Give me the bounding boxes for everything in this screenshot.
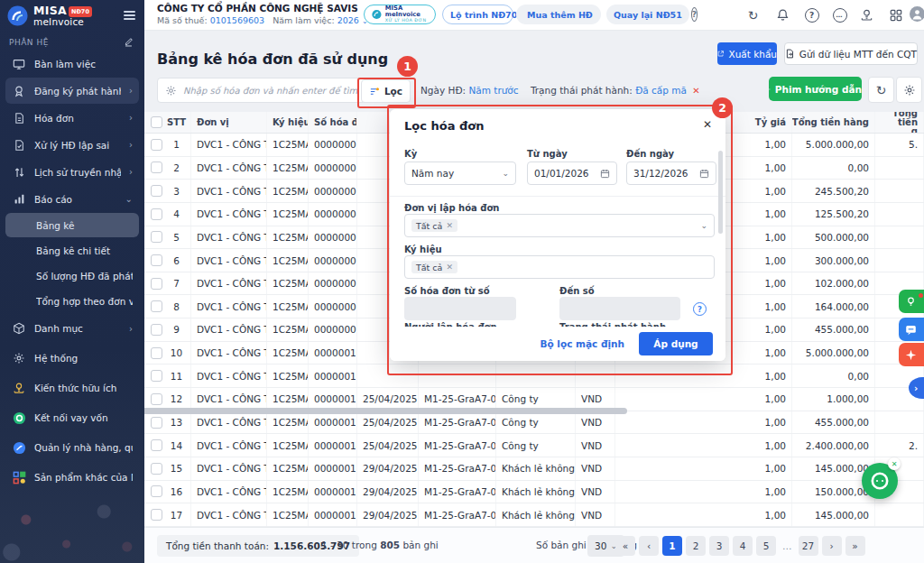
back-nd51-pill[interactable]: Quay lại NĐ51 ? — [606, 5, 689, 24]
sidebar-item-so-luong-hd-da-phat-hanh[interactable]: Số lượng HĐ đã phát hành — [5, 263, 139, 288]
row-checkbox[interactable] — [151, 278, 162, 290]
row-checkbox[interactable] — [151, 300, 162, 312]
remove-tag-icon[interactable]: ✕ — [446, 263, 453, 272]
sidebar-item-hoa-don[interactable]: Hóa đơn› — [5, 105, 139, 131]
help-circle-icon[interactable]: ? — [691, 7, 698, 22]
column-header[interactable]: Tổng tiền hàng — [792, 112, 875, 133]
row-checkbox[interactable] — [151, 116, 162, 128]
filter-button[interactable]: Lọc — [361, 79, 411, 103]
remove-status-filter-icon[interactable]: ✕ — [692, 86, 699, 96]
export-button[interactable]: Xuất khẩu — [717, 42, 777, 65]
row-checkbox[interactable] — [151, 393, 162, 405]
refresh-table-button[interactable]: ↻ — [868, 77, 894, 103]
pagination-button[interactable]: 27 — [799, 536, 818, 556]
apply-button[interactable]: Áp dụng — [639, 332, 713, 355]
sidebar-item-dang-ky-phat-hanh[interactable]: Đăng ký phát hành› — [5, 78, 139, 104]
pagination-button[interactable]: 4 — [733, 536, 753, 556]
invoice-search-input[interactable]: Nhập số hóa đơn và nhấn enter để tìm — [157, 78, 379, 103]
symbol-tag[interactable]: Tất cả✕ — [411, 261, 457, 273]
pagination-button[interactable]: ‹ — [639, 536, 659, 556]
from-date-input[interactable]: 01/01/2026 — [527, 162, 617, 185]
sidebar-item-ban-lam-viec[interactable]: Bàn làm việc — [5, 51, 139, 77]
pagination-button[interactable]: « — [615, 536, 635, 556]
sidebar-item-bang-ke-chi-tiet[interactable]: Bảng kê chi tiết — [5, 238, 139, 263]
search-settings-gear-icon[interactable] — [165, 85, 177, 97]
sync-icon[interactable]: ↻ — [745, 7, 761, 23]
row-checkbox[interactable] — [151, 347, 162, 359]
invoice-to-input[interactable] — [559, 297, 680, 320]
table-settings-button[interactable] — [896, 77, 922, 103]
column-header[interactable]: Số hóa đơn — [309, 112, 357, 133]
table-row[interactable]: 13DVC1 - CÔNG TY CỔ ...1C25MAA0000001325… — [144, 411, 924, 435]
table-row[interactable]: 11DVC1 - CÔNG TY CỔ ...1C25MAA000000111,… — [144, 365, 924, 388]
roadmap-pill[interactable]: Lộ trình NĐ70 — [442, 5, 513, 24]
unit-tag[interactable]: Tất cả✕ — [411, 219, 457, 232]
hamburger-menu-icon[interactable] — [124, 9, 135, 22]
close-support-chat-icon[interactable]: ✕ — [888, 457, 901, 470]
unit-select[interactable]: Tất cả✕ ⌄ — [404, 214, 715, 237]
sidebar-item-xu-ly-hd-lap-sai[interactable]: Xử lý HĐ lập sai› — [5, 132, 139, 158]
pagination-button[interactable]: 2 — [686, 536, 706, 556]
row-checkbox[interactable] — [151, 208, 162, 220]
close-icon[interactable]: ✕ — [700, 117, 715, 132]
row-checkbox[interactable] — [151, 485, 162, 497]
sidebar-item-ket-noi-vay-von[interactable]: Kết nối vay vốn — [5, 403, 139, 432]
pagination-button[interactable]: 5 — [756, 536, 776, 556]
symbol-select[interactable]: Tất cả✕ — [404, 255, 715, 279]
sidebar-item-bang-ke[interactable]: Bảng kê — [5, 213, 139, 237]
feedback-chat-button[interactable] — [899, 318, 924, 341]
row-checkbox[interactable] — [151, 231, 162, 243]
send-mtt-button[interactable]: Gửi dữ liệu MTT đến CQT — [784, 42, 918, 65]
status-filter-value[interactable]: Đã cấp mã — [635, 85, 687, 96]
to-date-input[interactable]: 31/12/2026 — [626, 162, 716, 185]
sidebar-item-danh-muc[interactable]: Danh mục› — [5, 314, 139, 343]
tutorial-video-button[interactable]: Phim hướng dẫn — [769, 77, 862, 101]
row-checkbox[interactable] — [151, 324, 162, 336]
pagination-button[interactable]: » — [845, 536, 865, 556]
row-checkbox[interactable] — [151, 370, 162, 382]
row-checkbox[interactable] — [151, 417, 162, 429]
table-row[interactable]: 16DVC1 - CÔNG TY CỔ ...1C25MAA0000001629… — [144, 481, 924, 504]
pagination-button[interactable]: 3 — [709, 536, 729, 556]
row-checkbox[interactable] — [151, 185, 162, 197]
modal-scrollbar[interactable] — [718, 151, 723, 234]
pagination-button[interactable]: 1 — [662, 536, 682, 556]
table-row[interactable]: 14DVC1 - CÔNG TY CỔ ...1C25MAA0000001425… — [144, 434, 924, 457]
invoice-from-input[interactable] — [404, 297, 516, 320]
notification-bell-icon[interactable] — [775, 7, 790, 23]
row-checkbox[interactable] — [151, 162, 162, 173]
column-header[interactable]: Đơn vị — [191, 112, 267, 133]
buy-more-label[interactable]: Mua thêm HĐ — [527, 10, 593, 20]
table-row[interactable]: 15DVC1 - CÔNG TY CỔ ...1C25MAA0000001529… — [144, 457, 924, 481]
calendar-icon[interactable] — [600, 169, 610, 179]
help-icon[interactable]: ? — [804, 7, 819, 23]
row-checkbox[interactable] — [151, 463, 162, 475]
edit-pencil-icon[interactable] — [124, 37, 134, 47]
sidebar-item-kien-thuc-huu-ich[interactable]: Kiến thức hữu ích — [5, 374, 139, 402]
row-checkbox[interactable] — [151, 139, 162, 151]
period-select[interactable]: Năm nay ⌄ — [404, 162, 516, 185]
knowledge-lamp-icon[interactable] — [859, 7, 874, 23]
sidebar-item-lich-su-truyen-nhan[interactable]: Lịch sử truyền nhận› — [5, 159, 139, 185]
sidebar-item-quan-ly-nha-hang[interactable]: Quản lý nhà hàng, quán cafe — [5, 433, 139, 462]
sidebar-item-bao-cao[interactable]: Báo cáo⌄ — [5, 186, 139, 212]
date-filter-value[interactable]: Năm trước — [468, 85, 518, 96]
pagination-button[interactable]: › — [822, 536, 842, 556]
year-value[interactable]: 2026 — [337, 15, 359, 25]
row-checkbox[interactable] — [151, 254, 162, 266]
default-filter-link[interactable]: Bộ lọc mặc định — [540, 338, 624, 349]
sidebar-item-tong-hop-theo-don-vi[interactable]: Tổng hợp theo đơn vị — [5, 289, 139, 313]
sidebar-item-san-pham-khac[interactable]: Sản phẩm khác của MISA — [5, 463, 139, 492]
calendar-icon[interactable] — [699, 169, 709, 179]
sidebar-item-he-thong[interactable]: Hệ thống — [5, 344, 139, 373]
ai-assistant-button[interactable] — [899, 343, 924, 366]
column-header[interactable]: Ký hiệu — [267, 112, 309, 133]
row-checkbox[interactable] — [151, 439, 162, 451]
roadmap-label[interactable]: Lộ trình NĐ70 — [450, 10, 517, 20]
help-icon[interactable]: ? — [693, 302, 707, 316]
column-header[interactable]: Tổng tiền q — [875, 112, 924, 133]
apps-grid-icon[interactable] — [888, 7, 903, 23]
buy-more-pill[interactable]: Mua thêm HĐ — [516, 5, 601, 24]
back-nd51-label[interactable]: Quay lại NĐ51 — [614, 10, 682, 20]
row-checkbox[interactable] — [151, 509, 162, 521]
